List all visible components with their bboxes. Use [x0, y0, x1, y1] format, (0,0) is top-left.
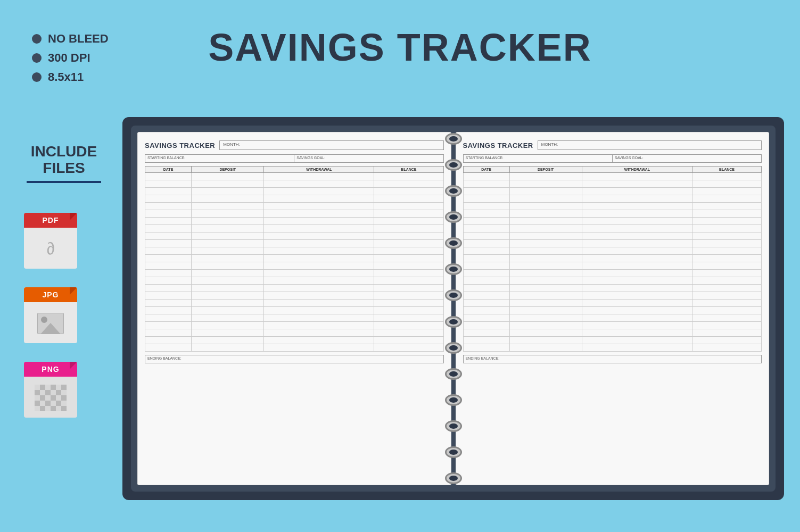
png-checker-cell: [56, 401, 61, 406]
table-cell: [374, 210, 443, 218]
table-cell: [192, 240, 264, 247]
table-cell: [692, 262, 761, 270]
table-cell: [692, 270, 761, 277]
include-files-label: INCLUDE FILES: [27, 144, 101, 177]
table-cell: [582, 188, 692, 195]
left-table-header-row: DATE DEPOSIT WITHDRAWAL BLANCE: [145, 167, 444, 173]
table-cell: [192, 255, 264, 262]
table-row: [463, 173, 762, 180]
left-savings-goal: SAVINGS GOAL:: [294, 154, 443, 163]
spec-size-label: 8.5x11: [48, 70, 84, 84]
table-cell: [374, 337, 443, 344]
table-cell: [582, 262, 692, 270]
spiral-ring-icon: [445, 237, 462, 249]
png-file-icon: PNG: [24, 362, 83, 420]
table-cell: [692, 344, 761, 352]
table-cell: [692, 314, 761, 322]
table-cell: [582, 307, 692, 314]
png-checker-cell: [35, 395, 40, 401]
table-row: [463, 337, 762, 344]
left-col-balance: BLANCE: [374, 167, 443, 173]
table-cell: [582, 195, 692, 203]
table-cell: [264, 292, 374, 300]
table-row: [145, 337, 444, 344]
right-ending-balance: ENDING BALANCE:: [463, 355, 762, 363]
table-cell: [374, 203, 443, 210]
table-row: [463, 232, 762, 240]
table-cell: [192, 277, 264, 285]
table-cell: [463, 314, 509, 322]
table-row: [463, 307, 762, 314]
table-cell: [145, 218, 192, 225]
page-title: SAVINGS TRACKER: [0, 26, 800, 69]
table-cell: [192, 292, 264, 300]
table-cell: [192, 285, 264, 292]
table-cell: [145, 247, 192, 255]
notebook-outer: SAVINGS TRACKER MONTH: STARTING BALANCE:…: [122, 117, 784, 500]
table-cell: [509, 180, 582, 188]
png-checker-cell: [45, 401, 51, 406]
png-checker-cell: [51, 385, 56, 390]
table-row: [463, 240, 762, 247]
table-cell: [692, 247, 761, 255]
table-cell: [374, 292, 443, 300]
table-row: [145, 195, 444, 203]
pdf-tag: PDF: [24, 213, 77, 228]
table-cell: [692, 195, 761, 203]
table-row: [145, 262, 444, 270]
table-row: [145, 270, 444, 277]
spec-dpi-label: 300 DPI: [48, 51, 90, 65]
table-cell: [145, 270, 192, 277]
table-cell: [264, 188, 374, 195]
table-cell: [192, 247, 264, 255]
table-cell: [264, 247, 374, 255]
jpg-corner-icon: [70, 287, 77, 295]
table-cell: [463, 277, 509, 285]
jpg-tag: JPG: [24, 287, 77, 302]
table-cell: [692, 218, 761, 225]
left-tracker-header: SAVINGS TRACKER MONTH:: [145, 140, 444, 150]
table-cell: [509, 255, 582, 262]
png-checker-cell: [45, 385, 51, 390]
table-cell: [509, 225, 582, 232]
left-starting-balance: STARTING BALANCE:: [145, 154, 294, 163]
table-cell: [374, 232, 443, 240]
table-cell: [463, 173, 509, 180]
table-cell: [145, 188, 192, 195]
table-cell: [192, 225, 264, 232]
spiral-ring-icon: [445, 472, 462, 484]
png-checker-cell: [56, 395, 61, 401]
file-icons-container: PDF ∂ JPG: [24, 213, 83, 420]
png-checker-cell: [40, 390, 45, 395]
table-cell: [509, 203, 582, 210]
table-cell: [264, 314, 374, 322]
table-cell: [582, 314, 692, 322]
spiral-binding: [443, 126, 464, 492]
table-cell: [582, 247, 692, 255]
include-files-section: INCLUDE FILES: [27, 144, 101, 183]
table-row: [145, 232, 444, 240]
table-cell: [463, 285, 509, 292]
spiral-ring-icon: [445, 133, 462, 145]
table-cell: [463, 232, 509, 240]
table-cell: [145, 344, 192, 352]
table-cell: [374, 240, 443, 247]
table-cell: [463, 180, 509, 188]
pdf-corner-icon: [70, 213, 77, 220]
table-row: [145, 344, 444, 352]
table-cell: [264, 277, 374, 285]
table-cell: [192, 173, 264, 180]
png-checker-cell: [56, 390, 61, 395]
table-cell: [192, 262, 264, 270]
table-cell: [192, 180, 264, 188]
table-row: [463, 218, 762, 225]
table-cell: [692, 225, 761, 232]
table-row: [463, 210, 762, 218]
table-cell: [374, 322, 443, 329]
table-cell: [374, 329, 443, 337]
table-cell: [264, 173, 374, 180]
table-cell: [192, 337, 264, 344]
table-row: [145, 180, 444, 188]
table-cell: [509, 292, 582, 300]
spiral-ring-icon: [445, 420, 462, 432]
